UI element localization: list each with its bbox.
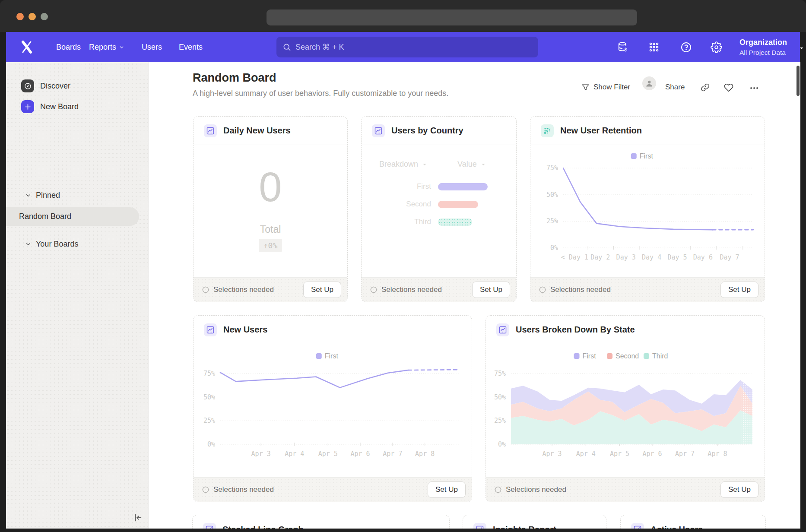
svg-text:25%: 25% bbox=[203, 417, 215, 424]
line-chart-icon bbox=[204, 323, 217, 336]
radio-circle-icon bbox=[370, 286, 377, 293]
card-title: New User Retention bbox=[560, 126, 642, 136]
browser-address-bar[interactable] bbox=[267, 10, 637, 25]
svg-text:Apr 3: Apr 3 bbox=[542, 450, 562, 458]
line-chart-icon bbox=[372, 124, 385, 137]
svg-text:Day 5: Day 5 bbox=[667, 253, 687, 261]
svg-text:25%: 25% bbox=[546, 217, 558, 225]
metric-label: Total bbox=[194, 224, 347, 235]
show-filter-button[interactable]: Show Filter bbox=[581, 83, 630, 92]
sidebar-item-new-board[interactable]: New Board bbox=[21, 100, 79, 113]
svg-text:50%: 50% bbox=[546, 191, 558, 199]
svg-text:Apr 5: Apr 5 bbox=[610, 450, 629, 458]
retention-grid-icon bbox=[541, 124, 554, 137]
settings-gear-icon[interactable] bbox=[708, 39, 724, 55]
window-zoom-button[interactable] bbox=[41, 13, 48, 20]
card-title: Users Broken Down By State bbox=[516, 325, 635, 335]
chevron-down-icon bbox=[25, 192, 32, 199]
svg-text:75%: 75% bbox=[203, 370, 215, 377]
sidebar-section-pinned[interactable]: Pinned bbox=[25, 191, 60, 200]
svg-text:Apr 4: Apr 4 bbox=[285, 450, 304, 458]
card-title: Stacked Line Graph bbox=[222, 525, 304, 529]
nav-events[interactable]: Events bbox=[179, 32, 203, 62]
main-content: Random Board A high-level summary of use… bbox=[148, 62, 800, 529]
radio-circle-icon bbox=[202, 486, 209, 493]
window-titlebar bbox=[0, 0, 806, 32]
search-icon bbox=[282, 43, 291, 51]
set-up-button[interactable]: Set Up bbox=[428, 481, 466, 498]
svg-text:First: First bbox=[325, 352, 339, 360]
chevron-down-icon bbox=[119, 44, 124, 50]
svg-text:Third: Third bbox=[652, 352, 668, 360]
svg-text:50%: 50% bbox=[203, 393, 215, 401]
org-project-switcher[interactable]: Organization All Project Data bbox=[739, 37, 796, 57]
org-name: Organization bbox=[739, 37, 796, 48]
card-users-by-state: Users Broken Down By State 75%50%25%0%Ap… bbox=[486, 315, 765, 502]
data-management-icon[interactable] bbox=[615, 39, 631, 55]
copy-link-button[interactable] bbox=[701, 83, 710, 92]
heart-icon bbox=[724, 83, 733, 92]
sidebar-item-label: Random Board bbox=[19, 212, 71, 221]
chevron-down-icon[interactable] bbox=[799, 45, 804, 53]
collapse-left-icon bbox=[133, 513, 143, 522]
nav-boards[interactable]: Boards bbox=[56, 32, 81, 62]
nav-reports[interactable]: Reports bbox=[89, 32, 124, 62]
radio-circle-icon bbox=[202, 286, 209, 293]
line-chart-icon bbox=[496, 323, 509, 336]
sidebar-item-discover[interactable]: Discover bbox=[21, 79, 70, 92]
help-icon[interactable] bbox=[678, 39, 694, 55]
avatar[interactable] bbox=[642, 76, 656, 90]
apps-grid-icon[interactable] bbox=[646, 39, 662, 55]
svg-text:Apr 3: Apr 3 bbox=[251, 450, 271, 458]
card-stacked-line-graph: Stacked Line Graph bbox=[192, 515, 450, 529]
breakdown-dropdown[interactable]: Breakdown bbox=[379, 160, 427, 169]
window-minimize-button[interactable] bbox=[29, 13, 36, 20]
svg-text:Day 7: Day 7 bbox=[720, 253, 739, 261]
sidebar-collapse-button[interactable] bbox=[130, 511, 145, 524]
card-active-users: Active Users bbox=[620, 515, 766, 529]
svg-text:75%: 75% bbox=[546, 164, 558, 172]
chevron-down-icon bbox=[481, 162, 486, 167]
svg-text:Second: Second bbox=[616, 352, 639, 360]
set-up-button[interactable]: Set Up bbox=[720, 481, 758, 498]
share-button[interactable]: Share bbox=[665, 83, 685, 92]
svg-text:Day 6: Day 6 bbox=[693, 253, 713, 261]
sidebar-item-random-board[interactable]: Random Board bbox=[6, 207, 139, 226]
sidebar-item-label: Discover bbox=[40, 82, 70, 91]
bar-first bbox=[438, 183, 488, 190]
states-stacked-area-chart: 75%50%25%0%Apr 3Apr 4Apr 5Apr 6Apr 7Apr … bbox=[486, 344, 765, 477]
window-close-button[interactable] bbox=[16, 13, 24, 20]
card-footer: Selections needed Set Up bbox=[362, 277, 516, 302]
svg-text:Apr 8: Apr 8 bbox=[708, 450, 727, 458]
user-icon bbox=[645, 79, 654, 88]
card-title: Active Users bbox=[651, 525, 703, 529]
top-navbar: Boards Reports Users Events Search ⌘ + K bbox=[6, 32, 800, 62]
set-up-button[interactable]: Set Up bbox=[303, 282, 341, 298]
svg-text:First: First bbox=[640, 152, 654, 160]
more-options-button[interactable] bbox=[749, 83, 759, 93]
section-label: Your Boards bbox=[36, 240, 78, 249]
set-up-button[interactable]: Set Up bbox=[472, 282, 510, 298]
search-input[interactable]: Search ⌘ + K bbox=[276, 37, 538, 57]
svg-text:75%: 75% bbox=[494, 370, 506, 377]
scrollbar-thumb[interactable] bbox=[796, 66, 800, 96]
metric-value: 0 bbox=[194, 163, 347, 211]
svg-text:0%: 0% bbox=[207, 440, 215, 448]
svg-text:Apr 5: Apr 5 bbox=[318, 450, 338, 458]
favorite-heart-button[interactable] bbox=[724, 83, 733, 92]
radio-circle-icon bbox=[539, 286, 546, 293]
svg-text:Apr 6: Apr 6 bbox=[642, 450, 662, 458]
new-users-chart: 75%50%25%0%Apr 3Apr 4Apr 5Apr 6Apr 7Apr … bbox=[194, 344, 472, 477]
set-up-button[interactable]: Set Up bbox=[720, 282, 758, 298]
metric-delta-badge: ↑0% bbox=[259, 239, 282, 252]
compass-icon bbox=[21, 79, 34, 92]
retention-chart: 75%50%25%0%< Day 1Day 2Day 3Day 4Day 5Da… bbox=[530, 145, 765, 277]
value-dropdown[interactable]: Value bbox=[457, 160, 486, 169]
svg-text:0%: 0% bbox=[498, 440, 506, 448]
svg-text:First: First bbox=[583, 352, 597, 360]
nav-users[interactable]: Users bbox=[142, 32, 162, 62]
mixpanel-logo[interactable] bbox=[20, 40, 34, 54]
card-footer: Selections needed Set Up bbox=[194, 277, 347, 302]
country-row: Second bbox=[379, 200, 478, 209]
sidebar-section-your-boards[interactable]: Your Boards bbox=[25, 240, 78, 249]
